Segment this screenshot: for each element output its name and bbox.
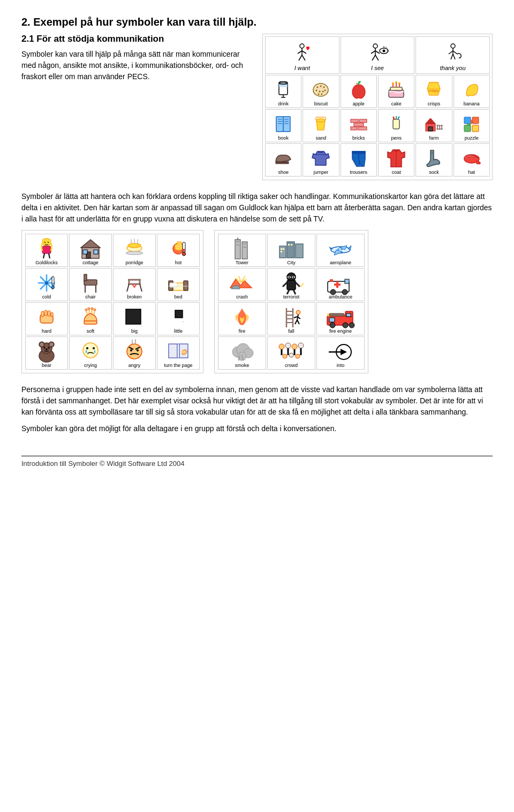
symbol-trousers: trousers xyxy=(341,143,377,177)
symbol-hot: hot xyxy=(157,234,200,267)
turn-the-page-label: turn the page xyxy=(164,363,192,368)
body-paragraph-1: Symboler är lätta att hantera och kan fö… xyxy=(21,191,493,225)
svg-point-242 xyxy=(289,353,293,357)
goldilocks-grid-cells: Goldilocks cottage xyxy=(25,234,200,370)
header-cell-thank-you: thank you xyxy=(415,36,490,74)
svg-rect-179 xyxy=(283,248,284,250)
symbol-chair: chair xyxy=(69,268,112,301)
crying-icon xyxy=(79,341,102,362)
svg-line-216 xyxy=(294,317,297,318)
svg-point-109 xyxy=(45,281,48,285)
crash-label: crash xyxy=(236,294,248,300)
svg-point-149 xyxy=(40,343,43,346)
angry-icon xyxy=(123,341,146,362)
page-footer: Introduktion till Symboler © Widgit Soft… xyxy=(21,456,493,468)
hat-label: hat xyxy=(468,170,475,175)
bottom-grids-section: Goldilocks cottage xyxy=(21,230,493,373)
symbol-biscuit: biscuit xyxy=(303,75,339,108)
smoke-label: smoke xyxy=(235,363,250,368)
drink-icon xyxy=(272,79,294,101)
terrorist-icon xyxy=(280,272,303,294)
svg-rect-39 xyxy=(390,87,402,90)
svg-rect-141 xyxy=(126,309,141,324)
svg-line-21 xyxy=(451,54,453,59)
symbol-shoe: shoe xyxy=(265,143,301,177)
svg-rect-61 xyxy=(351,127,357,130)
svg-line-8 xyxy=(371,51,375,53)
svg-point-104 xyxy=(183,252,186,256)
svg-point-89 xyxy=(44,242,46,243)
svg-line-218 xyxy=(295,320,297,324)
symbol-city: City xyxy=(267,234,315,267)
shoe-icon xyxy=(272,148,294,169)
bricks-icon xyxy=(347,113,370,135)
svg-point-35 xyxy=(324,90,326,91)
svg-rect-114 xyxy=(84,274,87,281)
fire-engine-label: fire engine xyxy=(329,328,352,334)
svg-point-139 xyxy=(94,309,96,311)
big-label: big xyxy=(131,328,138,334)
symbol-pens: pens xyxy=(378,109,414,142)
symbol-sand: sand xyxy=(303,109,339,142)
svg-point-36 xyxy=(318,94,320,95)
bed-label: bed xyxy=(174,294,182,300)
svg-line-2 xyxy=(298,51,302,53)
hot-label: hot xyxy=(175,260,182,265)
svg-point-214 xyxy=(296,310,300,315)
puzzle-icon xyxy=(460,113,483,135)
bear-icon xyxy=(35,341,58,362)
svg-rect-125 xyxy=(184,281,188,290)
symbol-fall: fall xyxy=(267,302,315,335)
sock-label: sock xyxy=(429,170,439,175)
aeroplane-icon xyxy=(329,238,352,259)
symbol-smoke: smoke xyxy=(218,336,266,370)
cottage-icon xyxy=(79,238,102,259)
svg-point-151 xyxy=(44,347,46,349)
coat-label: coat xyxy=(392,170,401,175)
symbol-banana: banana xyxy=(453,75,490,108)
header-label-i-want: I want xyxy=(294,65,310,71)
svg-point-155 xyxy=(83,343,98,358)
symbol-crash: crash xyxy=(218,268,266,301)
i-see-icon xyxy=(366,43,389,64)
svg-text:.: . xyxy=(141,323,142,327)
svg-marker-71 xyxy=(426,118,435,124)
svg-point-0 xyxy=(300,44,304,48)
svg-rect-130 xyxy=(48,311,50,316)
symbol-bricks: bricks xyxy=(341,109,377,142)
symbol-hat: hat xyxy=(453,143,490,177)
svg-rect-97 xyxy=(83,250,87,254)
svg-point-31 xyxy=(323,87,325,88)
svg-rect-207 xyxy=(330,279,333,282)
svg-line-11 xyxy=(375,55,379,60)
sand-icon xyxy=(309,113,332,135)
svg-point-137 xyxy=(91,308,93,310)
book-label: book xyxy=(278,135,289,141)
svg-point-236 xyxy=(298,343,304,348)
svg-rect-81 xyxy=(472,125,479,132)
symbol-sock: sock xyxy=(415,143,452,177)
banana-label: banana xyxy=(464,101,480,106)
jumper-icon xyxy=(309,148,332,169)
biscuit-label: biscuit xyxy=(314,101,328,106)
crisps-label: crisps xyxy=(428,101,441,106)
svg-rect-131 xyxy=(51,312,53,317)
turn-the-page-icon xyxy=(167,341,190,362)
svg-text:.: . xyxy=(183,318,184,323)
svg-rect-126 xyxy=(170,283,177,287)
ambulance-icon xyxy=(329,272,352,294)
symbol-row-1: drink bi xyxy=(265,75,490,108)
soft-icon xyxy=(79,307,102,328)
svg-point-195 xyxy=(293,277,294,278)
city-icon xyxy=(280,238,303,259)
svg-rect-163 xyxy=(169,344,177,358)
svg-point-90 xyxy=(48,242,49,243)
symbol-book: book xyxy=(265,109,301,142)
svg-line-22 xyxy=(453,54,455,59)
pens-label: pens xyxy=(391,135,402,141)
svg-rect-129 xyxy=(44,310,47,316)
svg-marker-94 xyxy=(81,240,100,248)
svg-line-93 xyxy=(49,254,50,258)
page-title: 2. Exempel på hur symboler kan vara till… xyxy=(21,16,493,28)
symbol-crisps: crisps crisps xyxy=(415,75,452,108)
